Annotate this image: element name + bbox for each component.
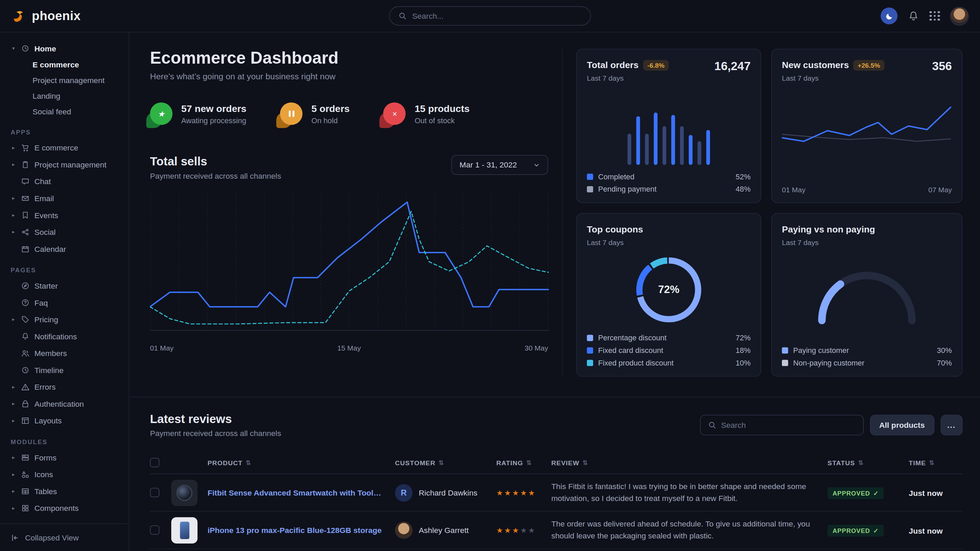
share-icon xyxy=(21,228,30,236)
product-link[interactable]: iPhone 13 pro max-Pacific Blue-128GB sto… xyxy=(207,526,395,535)
sidebar-item-errors[interactable]: ▸Errors xyxy=(0,378,129,395)
table-row xyxy=(150,549,963,551)
table-icon xyxy=(21,487,30,495)
column-header-time[interactable]: TIME⇅ xyxy=(909,459,963,466)
orders-legend-item: Completed52% xyxy=(587,173,751,181)
sidebar-item-forms[interactable]: ▸Forms xyxy=(0,449,129,466)
sidebar-item-tables[interactable]: ▸Tables xyxy=(0,483,129,500)
column-header-label: STATUS xyxy=(827,459,855,466)
user-avatar[interactable] xyxy=(950,6,969,25)
sidebar-item-members[interactable]: Members xyxy=(0,345,129,362)
top-coupons-card: Top coupons Last 7 days 72% Percentage d… xyxy=(576,213,761,377)
brand-name: phoenix xyxy=(32,9,81,23)
mail-icon xyxy=(21,194,30,203)
legend-value: 10% xyxy=(735,359,751,368)
column-header-product[interactable]: PRODUCT⇅ xyxy=(207,459,395,466)
card-period: Last 7 days xyxy=(782,74,884,82)
reviews-search[interactable] xyxy=(700,415,864,436)
sidebar-item-authentication[interactable]: ▸Authentication xyxy=(0,395,129,413)
sidebar-item-label: Forms xyxy=(34,453,57,462)
sidebar-item-label: Starter xyxy=(34,281,58,290)
stat-value: 57 new orders xyxy=(181,103,246,114)
sidebar-subitem-landing[interactable]: Landing xyxy=(0,88,129,104)
sidebar-subitem-social-feed[interactable]: Social feed xyxy=(0,104,129,119)
reviews-search-input[interactable] xyxy=(721,421,856,429)
sidebar-item-faq[interactable]: Faq xyxy=(0,294,129,311)
brand-logo[interactable]: phoenix xyxy=(11,8,81,24)
total-orders-bar-chart xyxy=(587,82,751,172)
close-icon: × xyxy=(383,102,406,125)
navbar-search[interactable] xyxy=(389,6,591,25)
sidebar-item-notifications[interactable]: Notifications xyxy=(0,328,129,345)
sidebar-subitem-e-commerce[interactable]: E commerce xyxy=(0,57,129,73)
stat-on-hold: 5 ordersOn hold xyxy=(280,102,350,125)
pause-icon xyxy=(280,102,303,125)
navbar-search-input[interactable] xyxy=(412,11,582,21)
sidebar-item-components[interactable]: ▸Components xyxy=(0,500,129,517)
product-link[interactable]: Fitbit Sense Advanced Smartwatch with To… xyxy=(207,488,395,497)
sidebar-subitem-project-management[interactable]: Project management xyxy=(0,73,129,88)
sidebar-item-label: Icons xyxy=(34,470,53,479)
column-header-customer[interactable]: CUSTOMER⇅ xyxy=(395,459,496,466)
column-header-status[interactable]: STATUS⇅ xyxy=(827,459,909,466)
chevron-right-icon: ▸ xyxy=(11,212,16,218)
sidebar-item-calendar[interactable]: Calendar xyxy=(0,241,129,258)
bell-icon xyxy=(21,332,30,340)
collapsed-view-toggle[interactable]: Collapsed View xyxy=(0,524,129,551)
sidebar-item-icons[interactable]: ▸Icons xyxy=(0,466,129,483)
question-icon xyxy=(21,299,30,306)
reviews-table: PRODUCT⇅CUSTOMER⇅RATING⇅REVIEW⇅STATUS⇅TI… xyxy=(150,452,963,551)
x-axis-tick: 30 May xyxy=(525,344,548,352)
apps-grid-button[interactable] xyxy=(929,11,940,21)
table-row: Fitbit Sense Advanced Smartwatch with To… xyxy=(150,474,963,511)
shapes-icon xyxy=(21,470,30,478)
notifications-button[interactable] xyxy=(907,10,920,22)
sidebar-item-e-commerce[interactable]: ▸E commerce xyxy=(0,139,129,156)
legend-label: Pending payment xyxy=(598,185,657,194)
sidebar-item-starter[interactable]: Starter xyxy=(0,277,129,294)
sidebar-item-label: E commerce xyxy=(34,143,78,152)
cart-icon xyxy=(21,144,30,152)
theme-toggle-button[interactable] xyxy=(881,8,897,24)
row-checkbox[interactable] xyxy=(150,526,160,535)
sidebar-item-home[interactable]: ▾ Home xyxy=(0,40,129,57)
row-checkbox[interactable] xyxy=(150,488,160,497)
sidebar-item-label: Layouts xyxy=(34,416,62,425)
sidebar-item-timeline[interactable]: Timeline xyxy=(0,362,129,379)
sidebar-item-social[interactable]: ▸Social xyxy=(0,224,129,241)
chevron-down-icon: ▾ xyxy=(11,46,16,51)
chevron-right-icon: ▸ xyxy=(11,145,16,151)
all-products-button[interactable]: All products xyxy=(870,415,934,436)
phoenix-dashboard-app: phoenix xyxy=(0,0,980,551)
product-thumbnail xyxy=(171,517,197,543)
search-icon xyxy=(398,12,407,20)
sidebar-item-email[interactable]: ▸Email xyxy=(0,190,129,207)
sidebar-item-label: Social xyxy=(34,228,56,237)
sidebar-section-pages: PAGES xyxy=(0,257,129,277)
column-header-rating[interactable]: RATING⇅ xyxy=(496,459,551,466)
top-coupons-donut-chart: 72% xyxy=(587,246,751,333)
chevron-right-icon: ▸ xyxy=(11,455,16,460)
sort-icon: ⇅ xyxy=(439,459,444,466)
customer-name: Richard Dawkins xyxy=(419,488,477,497)
sidebar-item-project-management[interactable]: ▸Project management xyxy=(0,156,129,173)
stats-row: ★57 new ordersAwating processing5 orders… xyxy=(150,102,548,125)
card-period: Last 7 days xyxy=(587,238,751,246)
more-options-button[interactable]: ... xyxy=(940,415,963,436)
sidebar-item-pricing[interactable]: ▸Pricing xyxy=(0,311,129,328)
paying-gauge-chart xyxy=(782,246,952,346)
latest-reviews-section: Latest reviews Payment received across a… xyxy=(150,397,963,551)
header-checkbox[interactable] xyxy=(150,458,160,467)
sidebar-item-layouts[interactable]: ▸Layouts xyxy=(0,412,129,429)
sidebar-item-chat[interactable]: Chat xyxy=(0,173,129,190)
coupons-legend-item: Fixed product discount10% xyxy=(587,359,751,368)
date-range-select[interactable]: Mar 1 - 31, 2022 xyxy=(452,155,548,175)
date-range-value: Mar 1 - 31, 2022 xyxy=(460,160,517,170)
column-header-review[interactable]: REVIEW⇅ xyxy=(551,459,827,466)
lock-icon xyxy=(21,400,30,408)
page-subtitle: Here’s what’s going on at your business … xyxy=(150,72,548,81)
card-value: 356 xyxy=(932,59,952,73)
legend-value: 18% xyxy=(735,346,751,355)
x-axis-tick: 01 May xyxy=(150,344,173,352)
sidebar-item-events[interactable]: ▸Events xyxy=(0,207,129,224)
